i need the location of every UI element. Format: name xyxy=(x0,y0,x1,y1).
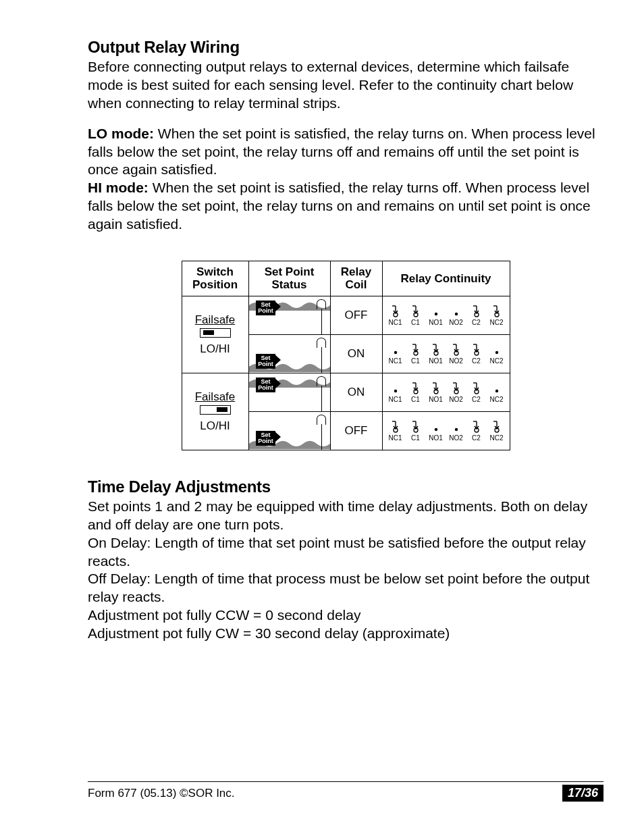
terminal-c1: C1 xyxy=(407,382,425,403)
probe-icon xyxy=(317,415,326,425)
terminal-nc2: NC2 xyxy=(488,305,506,326)
continuity-cell: NC1 C1 NO1 NO2 C2 NC2 xyxy=(382,373,510,411)
probe-icon xyxy=(317,376,326,386)
terminal-nc1: NC1 xyxy=(387,420,404,442)
terminal-nc1: NC1 xyxy=(387,382,404,403)
relay-continuity-table: Switch Position Set Point Status Relay C… xyxy=(182,261,510,450)
terminal-c2: C2 xyxy=(468,382,485,403)
terminal-c2: C2 xyxy=(468,420,485,442)
continuity-cell: NC1 C1 NO1 NO2 C2 NC2 xyxy=(382,334,510,373)
hi-mode-text: When the set point is satisfied, the rel… xyxy=(88,180,591,232)
terminal-no1: NO1 xyxy=(427,343,445,365)
continuity-cell: NC1 C1 NO1 NO2 C2 NC2 xyxy=(382,296,510,334)
terminal-no2: NO2 xyxy=(448,420,465,442)
relay-coil-cell: ON xyxy=(330,334,382,373)
time-delay-body: Set points 1 and 2 may be equipped with … xyxy=(88,498,603,643)
probe-icon xyxy=(317,299,326,309)
lo-mode-text: When the set point is satisfied, the rel… xyxy=(88,126,595,178)
terminal-no1: NO1 xyxy=(427,420,445,442)
setpoint-status-cell: SetPoint xyxy=(248,411,330,450)
svg-point-12 xyxy=(394,390,396,392)
switch-position-cell: Failsafe LO/HI xyxy=(182,373,248,450)
terminal-c2: C2 xyxy=(468,343,485,365)
terminal-no2: NO2 xyxy=(448,343,465,365)
page-number-badge: 17/36 xyxy=(562,785,603,802)
dipswitch-icon xyxy=(200,328,231,338)
terminal-c1: C1 xyxy=(407,420,425,442)
terminal-no1: NO1 xyxy=(427,382,445,403)
terminal-nc2: NC2 xyxy=(488,343,506,365)
terminal-no2: NO2 xyxy=(448,305,465,326)
setpoint-status-cell: SetPoint xyxy=(248,373,330,411)
switch-position-cell: Failsafe LO/HI xyxy=(182,296,248,373)
terminal-nc1: NC1 xyxy=(387,343,404,365)
svg-point-11 xyxy=(495,351,498,354)
footer: Form 677 (05.13) ©SOR Inc. 17/36 xyxy=(88,781,603,802)
heading-output-relay: Output Relay Wiring xyxy=(88,38,603,57)
relay-coil-cell: OFF xyxy=(330,411,382,450)
th-setpoint: Set Point Status xyxy=(248,261,330,296)
hi-mode-label: HI mode: xyxy=(88,180,149,195)
th-coil: Relay Coil xyxy=(330,261,382,296)
relay-coil-cell: ON xyxy=(330,373,382,411)
footer-left: Form 677 (05.13) ©SOR Inc. xyxy=(88,787,235,800)
terminal-nc1: NC1 xyxy=(387,305,404,326)
setpoint-status-cell: SetPoint xyxy=(248,334,330,373)
mode-descriptions: LO mode: When the set point is satisfied… xyxy=(88,125,603,234)
probe-icon xyxy=(317,338,326,348)
svg-point-21 xyxy=(454,428,457,431)
th-continuity: Relay Continuity xyxy=(382,261,510,296)
terminal-c1: C1 xyxy=(407,305,425,326)
svg-point-20 xyxy=(434,428,437,431)
terminal-c1: C1 xyxy=(407,343,425,365)
th-switch: Switch Position xyxy=(182,261,248,296)
terminal-no1: NO1 xyxy=(427,305,445,326)
relay-coil-cell: OFF xyxy=(330,296,382,334)
setpoint-status-cell: SetPoint xyxy=(248,296,330,334)
svg-point-6 xyxy=(394,351,396,354)
dipswitch-icon xyxy=(200,405,231,415)
terminal-nc2: NC2 xyxy=(488,382,506,403)
svg-point-17 xyxy=(495,390,498,392)
lo-mode-label: LO mode: xyxy=(88,126,154,141)
relay-intro: Before connecting output relays to exter… xyxy=(88,58,603,113)
terminal-no2: NO2 xyxy=(448,382,465,403)
terminal-c2: C2 xyxy=(468,305,485,326)
terminal-nc2: NC2 xyxy=(488,420,506,442)
continuity-cell: NC1 C1 NO1 NO2 C2 NC2 xyxy=(382,411,510,450)
heading-time-delay: Time Delay Adjustments xyxy=(88,477,603,496)
svg-point-3 xyxy=(454,313,457,315)
svg-point-2 xyxy=(434,313,437,315)
